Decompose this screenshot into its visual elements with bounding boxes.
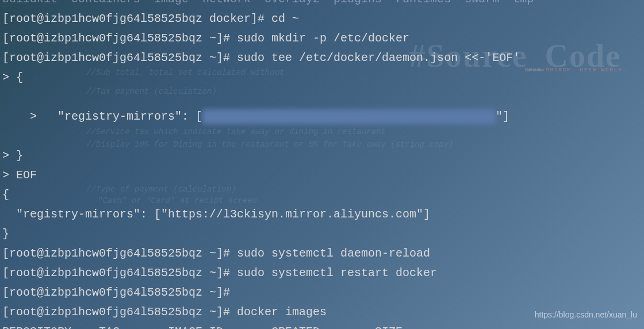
watermark-text: https://blog.csdn.net/xuan_lu [535,308,637,322]
terminal-line-registry-redacted: > "registry-mirrors": ["] [2,87,642,146]
terminal-line: > EOF [2,166,642,185]
terminal-line: { [2,185,642,205]
terminal-output[interactable]: buildkit containers image network overla… [2,0,642,329]
terminal-line: [root@izbp1hcw0fjg64l58525bqz docker]# c… [2,9,642,29]
terminal-line: [root@izbp1hcw0fjg64l58525bqz ~]# sudo s… [2,263,642,283]
terminal-line: [root@izbp1hcw0fjg64l58525bqz ~]# sudo m… [2,29,642,48]
terminal-line: > { [2,68,642,87]
terminal-line: > } [2,146,642,166]
docker-images-header: REPOSITORY TAG IMAGE ID CREATED SIZE [2,322,642,329]
terminal-line: "registry-mirrors": ["https://l3ckisyn.m… [2,205,642,224]
registry-suffix: "] [496,110,509,123]
terminal-line: } [2,224,642,244]
redacted-url [202,109,496,124]
terminal-line: [root@izbp1hcw0fjg64l58525bqz ~]# [2,283,642,303]
terminal-line-partial-top: buildkit containers image network overla… [2,0,642,9]
terminal-line: [root@izbp1hcw0fjg64l58525bqz ~]# sudo t… [2,48,642,68]
terminal-line: [root@izbp1hcw0fjg64l58525bqz ~]# sudo s… [2,244,642,263]
registry-prefix: > "registry-mirrors": [ [30,110,202,123]
